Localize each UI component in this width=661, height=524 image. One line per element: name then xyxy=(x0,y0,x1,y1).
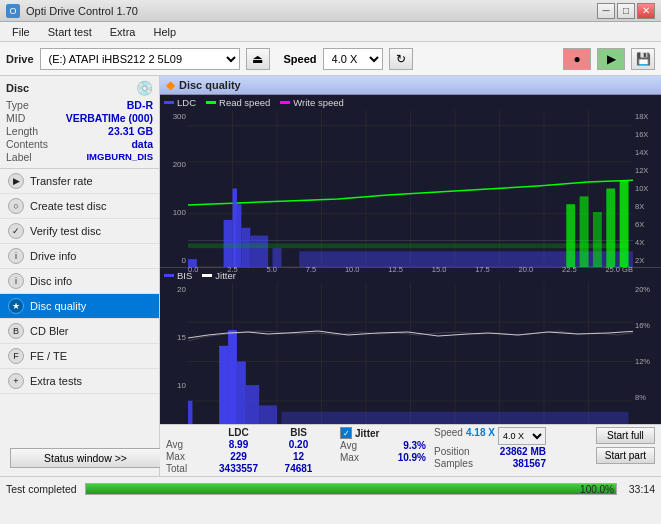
sidebar-item-verify-test-disc[interactable]: ✓ Verify test disc xyxy=(0,219,159,244)
bis-legend-dot xyxy=(164,274,174,277)
sidebar-item-cd-bler[interactable]: B CD Bler xyxy=(0,319,159,344)
disc-length-row: Length 23.31 GB xyxy=(6,125,153,137)
speed-select-stats[interactable]: 4.0 X xyxy=(498,427,546,445)
content-area: ◆ Disc quality LDC Read speed xyxy=(160,76,661,476)
fe-te-icon: F xyxy=(8,348,24,364)
menu-help[interactable]: Help xyxy=(145,24,184,40)
stats-total-row: Total 3433557 74681 xyxy=(166,463,336,474)
samples-value: 381567 xyxy=(513,458,546,469)
ldc-bis-stats: LDC BIS Avg 8.99 0.20 Max 229 12 Total 3… xyxy=(166,427,336,474)
type-value: BD-R xyxy=(127,99,153,111)
jitter-label: Jitter xyxy=(355,428,379,439)
svg-rect-27 xyxy=(620,181,629,267)
sidebar-item-extra-tests[interactable]: + Extra tests xyxy=(0,369,159,394)
svg-rect-23 xyxy=(566,204,575,267)
app-icon: O xyxy=(6,4,20,18)
minimize-button[interactable]: ─ xyxy=(597,3,615,19)
sidebar-item-transfer-rate[interactable]: ▶ Transfer rate xyxy=(0,169,159,194)
close-button[interactable]: ✕ xyxy=(637,3,655,19)
jitter-stats: ✓ Jitter Avg 9.3% Max 10.9% xyxy=(336,427,426,463)
svg-rect-43 xyxy=(237,362,246,425)
y2-15: 15 xyxy=(177,333,186,342)
disc-panel-header: Disc 💿 xyxy=(6,80,153,96)
yr1-16: 16X xyxy=(635,130,648,139)
start-full-button[interactable]: Start full xyxy=(596,427,655,444)
position-label: Position xyxy=(434,446,470,457)
ldc-total-value: 3433557 xyxy=(206,463,271,474)
jitter-max-label: Max xyxy=(340,452,370,463)
window-controls: ─ □ ✕ xyxy=(597,3,655,19)
bis-col-header: BIS xyxy=(271,427,326,438)
sidebar-item-drive-info[interactable]: i Drive info xyxy=(0,244,159,269)
ldc-avg-value: 8.99 xyxy=(206,439,271,450)
drive-select[interactable]: (E:) ATAPI iHBS212 2 5L09 xyxy=(40,48,240,70)
disc-contents-row: Contents data xyxy=(6,138,153,150)
toolbar-btn2[interactable]: ▶ xyxy=(597,48,625,70)
cd-bler-icon: B xyxy=(8,323,24,339)
sidebar-item-fe-te[interactable]: F FE / TE xyxy=(0,344,159,369)
chart2-body: 20 15 10 5 xyxy=(160,283,661,424)
disc-label-value: IMGBURN_DIS xyxy=(86,151,153,163)
menu-start-test[interactable]: Start test xyxy=(40,24,100,40)
x1-5: 5.0 xyxy=(266,265,276,274)
chart2-svg-container: 0.0 2.5 5.0 7.5 10.0 12.5 15.0 17.5 20.0… xyxy=(188,283,633,424)
stats-area: LDC BIS Avg 8.99 0.20 Max 229 12 Total 3… xyxy=(160,424,661,476)
disc-quality-icon: ★ xyxy=(8,298,24,314)
refresh-button[interactable]: ↻ xyxy=(389,48,413,70)
create-test-icon: ○ xyxy=(8,198,24,214)
write-speed-legend-dot xyxy=(280,101,290,104)
sidebar-item-create-test-disc[interactable]: ○ Create test disc xyxy=(0,194,159,219)
toolbar-btn1[interactable]: ● xyxy=(563,48,591,70)
x1-12.5: 12.5 xyxy=(388,265,403,274)
chart1-legend: LDC Read speed Write speed xyxy=(160,95,661,110)
yr2-8: 8% xyxy=(635,393,646,402)
length-label: Length xyxy=(6,125,38,137)
y2-20: 20 xyxy=(177,285,186,294)
verify-test-icon: ✓ xyxy=(8,223,24,239)
sidebar-item-disc-info[interactable]: i Disc info xyxy=(0,269,159,294)
disc-label-row: Label IMGBURN_DIS xyxy=(6,151,153,163)
chart-title: Disc quality xyxy=(179,79,241,91)
ldc-legend-dot xyxy=(164,101,174,104)
samples-label: Samples xyxy=(434,458,473,469)
legend-read-speed: Read speed xyxy=(206,97,270,108)
save-button[interactable]: 💾 xyxy=(631,48,655,70)
disc-panel: Disc 💿 Type BD-R MID VERBATIMe (000) Len… xyxy=(0,76,159,169)
mid-value: VERBATIMe (000) xyxy=(66,112,153,124)
jitter-legend-dot xyxy=(202,274,212,277)
eject-button[interactable]: ⏏ xyxy=(246,48,270,70)
menu-extra[interactable]: Extra xyxy=(102,24,144,40)
x1-10: 10.0 xyxy=(345,265,360,274)
mid-label: MID xyxy=(6,112,25,124)
y2-10: 10 xyxy=(177,381,186,390)
extra-tests-label: Extra tests xyxy=(30,375,82,387)
speed-select[interactable]: 4.0 X xyxy=(323,48,383,70)
yr2-16: 16% xyxy=(635,321,650,330)
menu-file[interactable]: File xyxy=(4,24,38,40)
status-btn-container: Status window >> xyxy=(0,440,159,476)
status-window-button[interactable]: Status window >> xyxy=(10,448,161,468)
transfer-rate-icon: ▶ xyxy=(8,173,24,189)
sidebar-item-disc-quality[interactable]: ★ Disc quality xyxy=(0,294,159,319)
yr1-18: 18X xyxy=(635,112,648,121)
svg-rect-17 xyxy=(237,204,241,267)
disc-quality-label: Disc quality xyxy=(30,300,86,312)
x1-25: 25.0 GB xyxy=(605,265,633,274)
maximize-button[interactable]: □ xyxy=(617,3,635,19)
cd-bler-label: CD Bler xyxy=(30,325,69,337)
contents-label: Contents xyxy=(6,138,48,150)
x1-15: 15.0 xyxy=(432,265,447,274)
start-part-button[interactable]: Start part xyxy=(596,447,655,464)
jitter-checkbox[interactable]: ✓ xyxy=(340,427,352,439)
x1-0: 0.0 xyxy=(188,265,198,274)
disc-icon[interactable]: 💿 xyxy=(136,80,153,96)
svg-rect-44 xyxy=(246,385,259,424)
chart1-y-right: 18X 16X 14X 12X 10X 8X 6X 4X 2X xyxy=(633,110,661,267)
sidebar: Disc 💿 Type BD-R MID VERBATIMe (000) Len… xyxy=(0,76,160,476)
jitter-avg-row: Avg 9.3% xyxy=(340,440,426,451)
svg-rect-40 xyxy=(188,401,192,424)
chart1-container: LDC Read speed Write speed 300 xyxy=(160,95,661,268)
jitter-max-row: Max 10.9% xyxy=(340,452,426,463)
disc-info-icon: i xyxy=(8,273,24,289)
chart2-svg xyxy=(188,283,633,424)
